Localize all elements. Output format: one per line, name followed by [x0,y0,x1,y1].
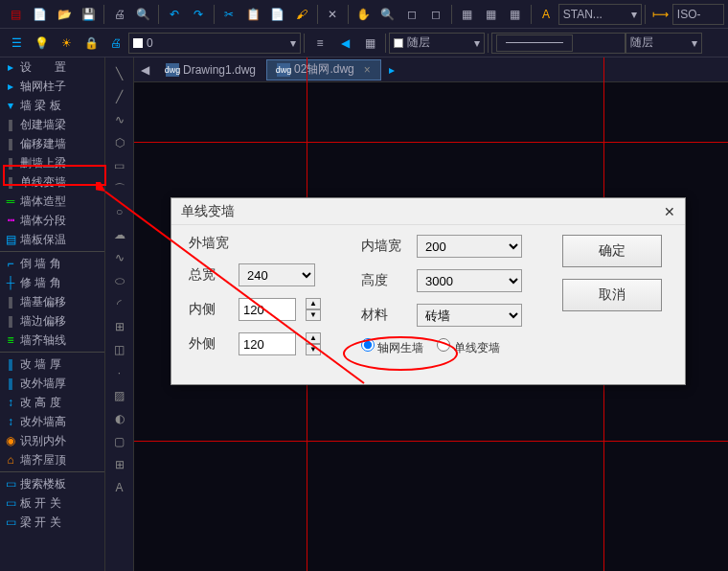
inner-side-input[interactable] [239,298,296,321]
redo-icon[interactable]: ↷ [189,4,209,25]
grid3-icon[interactable]: ▦ [505,4,525,25]
table-icon[interactable]: ⊞ [108,454,131,475]
sun-icon[interactable]: ☀ [56,33,77,54]
tab-nav-left-icon[interactable]: ◀ [136,59,153,80]
total-width-select[interactable]: 240 [239,263,315,286]
sidebar-item-wall-edge-offset[interactable]: ‖墙边偏移 [0,311,104,331]
text-style-dropdown[interactable]: STAN...▾ [558,4,642,25]
sidebar-item-settings[interactable]: ▸设 置 [0,57,104,77]
layer-prev-icon[interactable]: ◀ [334,33,355,54]
spline-icon[interactable]: ∿ [108,247,131,268]
lineweight-dropdown[interactable]: 随层▾ [626,33,702,54]
sidebar-item-identify-inout[interactable]: ◉识别内外 [0,431,104,450]
sidebar-item-change-height[interactable]: ↕改 高 度 [0,393,104,412]
layer-manager-icon[interactable]: ☰ [6,33,27,54]
sidebar-item-wall-to-roof[interactable]: ⌂墙齐屋顶 [0,450,104,469]
sidebar-item-wall-shape[interactable]: ═墙体造型 [0,192,104,211]
tab-drawing1[interactable]: dwg Drawing1.dwg [155,59,266,80]
color-dropdown[interactable]: 随层▾ [389,33,485,54]
preview-icon[interactable]: 🔍 [133,4,153,25]
cut-icon[interactable]: ✂ [219,4,239,25]
eraser-icon[interactable]: ✕ [323,4,343,25]
tab-new-icon[interactable]: ▸ [383,59,400,80]
sidebar-item-delete-wall[interactable]: ‖删墙上梁 [0,153,104,172]
sidebar-item-wall-segment[interactable]: ┅墙体分段 [0,211,104,230]
make-block-icon[interactable]: ◫ [108,339,131,360]
material-select[interactable]: 砖墙 [417,304,522,327]
insert-block-icon[interactable]: ⊞ [108,316,131,337]
spin-down-icon[interactable]: ▼ [306,344,321,355]
sidebar-item-wall-align-axis[interactable]: ≡墙齐轴线 [0,331,104,350]
new-icon[interactable]: 📄 [30,4,50,25]
sidebar-item-wall-fillet[interactable]: ⌐倒 墙 角 [0,254,104,273]
undo-icon[interactable]: ↶ [164,4,184,25]
mtext-icon[interactable]: A [108,477,131,498]
text-icon[interactable]: A [535,4,556,25]
ok-button[interactable]: 确定 [562,235,662,267]
sidebar-item-offset-wall[interactable]: ‖偏移建墙 [0,134,104,153]
revcloud-icon[interactable]: ☁ [108,224,131,245]
gradient-icon[interactable]: ◐ [108,408,131,429]
polyline-icon[interactable]: ∿ [108,109,131,130]
close-icon[interactable]: ✕ [664,204,675,219]
radio-grid-wall[interactable]: 轴网生墙 [361,338,423,356]
hatch-icon[interactable]: ▨ [108,385,131,406]
arc-icon[interactable]: ⌒ [108,178,131,199]
spin-up-icon[interactable]: ▲ [306,298,321,309]
cancel-button[interactable]: 取消 [562,279,662,311]
pan-icon[interactable]: ✋ [353,4,374,25]
sidebar-item-change-ext-thickness[interactable]: ‖改外墙厚 [0,374,104,393]
grid2-icon[interactable]: ▦ [481,4,501,25]
layer-state-icon[interactable]: ≡ [309,33,330,54]
rectangle-icon[interactable]: ▭ [108,155,131,176]
copy-icon[interactable]: 📋 [243,4,263,25]
linetype-dropdown[interactable] [491,33,626,54]
tab-02grid[interactable]: dwg 02轴网.dwg × [266,59,381,80]
sidebar-item-grid-column[interactable]: ▸轴网柱子 [0,77,104,96]
menu-dropdown-icon[interactable]: ▤ [6,4,26,25]
save-icon[interactable]: 💾 [79,4,99,25]
open-icon[interactable]: 📂 [54,4,74,25]
sidebar-item-wall-base-offset[interactable]: ‖墙基偏移 [0,292,104,311]
zoom-window-icon[interactable]: ◻ [401,4,421,25]
xline-icon[interactable]: ╱ [108,86,131,107]
plot-icon[interactable]: 🖨 [105,33,126,54]
sidebar-item-create-wall[interactable]: ‖创建墙梁 [0,115,104,134]
lock-icon[interactable]: 🔒 [80,33,102,54]
zoom-icon[interactable]: 🔍 [377,4,398,25]
sidebar-item-wall-insulation[interactable]: ▤墙板保温 [0,230,104,249]
print-icon[interactable]: 🖨 [109,4,129,25]
region-icon[interactable]: ▢ [108,431,131,452]
line-icon[interactable]: ╲ [108,63,131,84]
height-select[interactable]: 3000 [417,269,522,292]
close-icon[interactable]: × [364,63,371,77]
dim-icon[interactable]: ⟼ [650,4,671,25]
circle-icon[interactable]: ○ [108,201,131,222]
layer-filter-icon[interactable]: ▦ [359,33,380,54]
matchprop-icon[interactable]: 🖌 [291,4,311,25]
sidebar-item-change-ext-height[interactable]: ↕改外墙高 [0,412,104,431]
sidebar-item-search-slab[interactable]: ▭搜索楼板 [0,474,104,493]
inner-width-select[interactable]: 200 [417,235,522,258]
sidebar-item-beam-toggle[interactable]: ▭梁 开 关 [0,513,104,532]
zoom-extents-icon[interactable]: ◻ [426,4,446,25]
layer-dropdown[interactable]: 0▾ [128,33,301,54]
spin-down-icon[interactable]: ▼ [306,309,321,321]
outer-side-input[interactable] [239,332,296,355]
point-icon[interactable]: · [108,362,131,383]
sidebar-item-slab-toggle[interactable]: ▭板 开 关 [0,493,104,513]
dim-style-dropdown[interactable]: ISO- [672,4,724,25]
sidebar-item-line-to-wall[interactable]: ‖单线变墙 [0,172,104,192]
dim-style-value: ISO- [677,8,701,21]
radio-line-wall[interactable]: 单线变墙 [437,338,499,356]
sidebar-item-change-thickness[interactable]: ‖改 墙 厚 [0,354,104,374]
spin-up-icon[interactable]: ▲ [306,332,321,344]
sidebar-item-wall-repair[interactable]: ┼修 墙 角 [0,273,104,292]
grid-icon[interactable]: ▦ [457,4,477,25]
paste-icon[interactable]: 📄 [267,4,287,25]
polygon-icon[interactable]: ⬡ [108,132,131,153]
bulb-icon[interactable]: 💡 [31,33,52,54]
ellipse-arc-icon[interactable]: ◜ [108,293,131,314]
ellipse-icon[interactable]: ⬭ [108,270,131,291]
sidebar-item-wall-beam[interactable]: ▾墙 梁 板 [0,96,104,115]
